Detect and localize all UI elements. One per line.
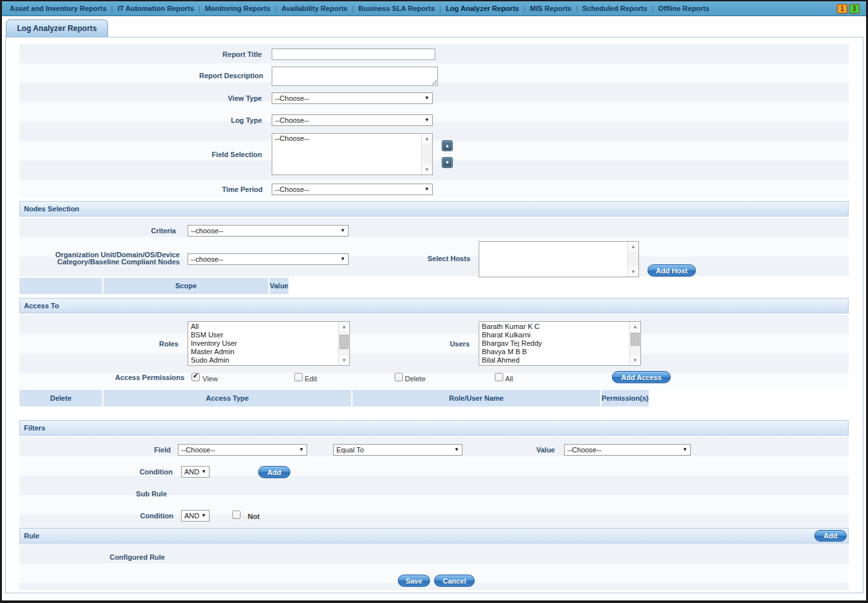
log-type-select[interactable]: --Choose-- — [272, 114, 433, 126]
filter-add-button[interactable]: Add — [258, 466, 290, 478]
users-listbox[interactable]: Barath Kumar K C Bharat Kulkarni Bhargav… — [479, 321, 641, 366]
access-to-section-header: Access To — [19, 298, 849, 313]
filter-field-select[interactable]: --Choose-- — [178, 444, 307, 456]
move-up-button[interactable] — [442, 140, 453, 151]
all-checkbox[interactable] — [495, 373, 503, 381]
access-permissions-label: Access Permissions — [42, 374, 184, 381]
users-label: Users — [327, 340, 470, 348]
add-access-button[interactable]: Add Access — [612, 371, 671, 383]
users-option[interactable]: Bhavya M B B — [480, 348, 629, 356]
org-unit-label-line2: Category/Baseline Compliant Nodes — [38, 258, 180, 266]
criteria-select-value: --choose-- — [191, 227, 223, 235]
roles-option[interactable]: Inventory User — [189, 339, 338, 348]
users-scrollbar[interactable] — [629, 322, 640, 365]
time-period-select[interactable]: --Choose-- — [272, 184, 433, 195]
scrollbar-thumb[interactable] — [631, 333, 640, 346]
rule-add-button[interactable]: Add — [814, 530, 847, 542]
nav-item-availability-reports[interactable]: Availability Reports — [281, 5, 347, 12]
time-period-select-value: --Choose-- — [275, 185, 309, 193]
users-option[interactable]: Bharat Kulkarni — [480, 331, 629, 339]
scroll-down-icon[interactable] — [422, 165, 432, 175]
edit-checkbox-label: Edit — [305, 375, 317, 383]
scroll-up-icon[interactable] — [422, 134, 432, 143]
field-selection-listbox[interactable]: --Choose-- — [272, 133, 433, 175]
view-checkbox[interactable] — [191, 373, 200, 381]
roles-option[interactable]: Sudo Admin — [189, 356, 338, 365]
orange-count-badge[interactable]: 1 — [837, 4, 847, 14]
move-down-button[interactable] — [442, 157, 453, 168]
nav-item-mis-reports[interactable]: MIS Reports — [530, 5, 571, 12]
nav-item-it-automation-reports[interactable]: IT Automation Reports — [118, 5, 194, 12]
nav-item-monitoring-reports[interactable]: Monitoring Reports — [205, 5, 270, 12]
filter-value-select[interactable]: --Choose-- — [564, 444, 691, 456]
report-title-input[interactable] — [272, 48, 435, 60]
filter-field-label: Field — [28, 446, 171, 454]
report-description-label: Report Description — [121, 72, 263, 79]
sub-condition-select[interactable]: AND — [181, 510, 210, 522]
sub-condition-select-value: AND — [184, 512, 199, 520]
select-hosts-listbox[interactable] — [479, 241, 639, 277]
users-option[interactable]: Bilal Ahmed — [480, 356, 629, 365]
dropdown-arrow-icon — [424, 187, 429, 192]
permissions-column-header: Permission(s) — [602, 390, 649, 407]
scroll-up-icon[interactable] — [628, 242, 638, 251]
roles-listbox[interactable]: All BSM User Inventory User Master Admin… — [188, 321, 350, 366]
value-column-header: Value — [270, 278, 288, 294]
nav-item-log-analyzer-reports[interactable]: Log Analyzer Reports — [446, 5, 519, 12]
scroll-down-icon[interactable] — [630, 355, 640, 365]
all-checkbox-label: All — [505, 375, 513, 383]
dropdown-arrow-icon — [201, 513, 206, 518]
delete-checkbox-label: Delete — [405, 375, 426, 383]
nav-item-offline-reports[interactable]: Offline Reports — [658, 5, 709, 12]
dropdown-arrow-icon — [424, 118, 429, 123]
nav-separator: | — [275, 5, 277, 12]
roles-option[interactable]: BSM User — [189, 331, 338, 339]
view-type-select[interactable]: --Choose-- — [272, 92, 433, 104]
report-description-textarea[interactable] — [272, 67, 438, 86]
edit-checkbox[interactable] — [294, 373, 303, 381]
delete-checkbox[interactable] — [395, 373, 403, 381]
save-button[interactable]: Save — [398, 575, 430, 587]
nav-separator: | — [352, 5, 354, 12]
sub-condition-label: Condition — [31, 512, 173, 520]
top-navbar: Asset and Inventory Reports | IT Automat… — [2, 1, 866, 16]
green-count-badge[interactable]: 3 — [849, 4, 860, 14]
condition-select[interactable]: AND — [181, 466, 210, 478]
nav-separator: | — [523, 5, 525, 12]
roles-option[interactable]: Master Admin — [189, 348, 338, 356]
not-checkbox[interactable] — [232, 511, 241, 519]
filter-value-label: Value — [413, 446, 555, 454]
nav-item-asset-inventory-reports[interactable]: Asset and Inventory Reports — [10, 5, 107, 12]
users-option[interactable]: Barath Kumar K C — [480, 323, 629, 331]
scroll-up-icon[interactable] — [339, 322, 349, 332]
add-host-button[interactable]: Add Host — [647, 264, 696, 277]
criteria-select[interactable]: --choose-- — [188, 225, 349, 237]
field-selection-option[interactable]: --Choose-- — [273, 134, 420, 143]
scroll-down-icon[interactable] — [628, 267, 638, 277]
select-hosts-scrollbar[interactable] — [627, 242, 638, 277]
configured-rule-label: Configured Rule — [23, 553, 165, 561]
log-type-select-value: --Choose-- — [275, 116, 309, 124]
scroll-down-icon[interactable] — [339, 355, 349, 365]
app-window: Asset and Inventory Reports | IT Automat… — [0, 0, 868, 603]
dropdown-arrow-icon — [682, 447, 688, 452]
nodes-selection-section-header: Nodes Selection — [19, 201, 849, 217]
roles-option[interactable]: All — [189, 323, 338, 331]
sub-rule-label: Sub Rule — [25, 490, 167, 498]
filters-section-header: Filters — [19, 420, 849, 436]
view-checkbox-label: View — [202, 375, 218, 383]
org-unit-select[interactable]: --choose-- — [188, 253, 349, 265]
org-unit-select-value: --choose-- — [191, 255, 223, 263]
tab-log-analyzer-reports[interactable]: Log Analyzer Reports — [6, 19, 108, 37]
field-selection-scrollbar[interactable] — [421, 134, 432, 175]
nav-separator: | — [199, 5, 201, 12]
users-option[interactable]: Bhargav Tej Reddy — [480, 339, 629, 348]
nav-item-business-sla-reports[interactable]: Business SLA Reports — [358, 5, 435, 12]
scope-column-header: Scope — [103, 278, 268, 294]
dropdown-arrow-icon — [424, 96, 429, 101]
scroll-up-icon[interactable] — [630, 322, 640, 332]
filter-value-select-value: --Choose-- — [567, 446, 602, 454]
nav-item-scheduled-reports[interactable]: Scheduled Reports — [582, 5, 647, 12]
cancel-button[interactable]: Cancel — [434, 575, 475, 587]
select-hosts-label: Select Hosts — [328, 255, 470, 262]
